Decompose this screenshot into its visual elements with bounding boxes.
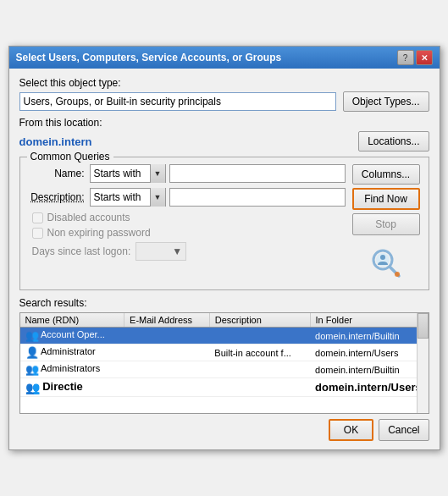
ok-button[interactable]: OK xyxy=(329,419,373,441)
cell-desc xyxy=(209,378,310,397)
desc-dropdown-text: Starts with xyxy=(91,190,150,205)
group-user-icon: 👥 xyxy=(25,329,39,342)
locations-button[interactable]: Locations... xyxy=(358,131,429,152)
desc-dropdown[interactable]: Starts with ▼ xyxy=(90,188,166,207)
dialog-content: Select this object type: Object Types...… xyxy=(9,69,440,449)
group-bold-icon: 👥 xyxy=(25,381,40,394)
disabled-label: Disabled accounts xyxy=(47,212,130,223)
table-row[interactable]: 👥 Administrators domein.intern/Builtin xyxy=(20,361,429,378)
object-type-input[interactable] xyxy=(19,92,336,111)
table-row[interactable]: 👥 Directie domein.intern/Users xyxy=(20,378,429,397)
table-row[interactable]: 👤 Administrator Built-in account f... do… xyxy=(20,344,429,361)
name-dropdown-text: Starts with xyxy=(91,166,150,181)
title-bar: Select Users, Computers, Service Account… xyxy=(9,47,440,69)
cell-folder: domein.intern/Users xyxy=(310,344,428,361)
cell-name: 👥 Directie xyxy=(20,378,124,397)
dialog-title: Select Users, Computers, Service Account… xyxy=(16,52,282,63)
desc-dropdown-arrow[interactable]: ▼ xyxy=(150,188,165,207)
cell-email xyxy=(124,378,210,397)
group-inner: Name: Starts with ▼ Description: Starts … xyxy=(29,164,420,281)
description-input[interactable] xyxy=(169,188,346,207)
cell-name: 👤 Administrator xyxy=(20,344,124,361)
results-table: Name (RDN) E-Mail Address Description In… xyxy=(20,313,429,397)
cancel-button[interactable]: Cancel xyxy=(379,419,429,441)
search-icon xyxy=(368,245,404,281)
non-expiring-checkbox[interactable] xyxy=(32,228,43,239)
search-icon-area xyxy=(352,245,420,281)
name-dropdown-arrow[interactable]: ▼ xyxy=(150,164,165,183)
cell-folder: domein.intern/Users xyxy=(310,378,428,397)
days-label: Days since last logon: xyxy=(32,245,131,257)
col-folder[interactable]: In Folder xyxy=(310,313,428,328)
footer-row: OK Cancel xyxy=(19,419,429,441)
disabled-checkbox[interactable] xyxy=(32,212,43,223)
description-row: Description: Starts with ▼ xyxy=(29,188,346,207)
common-queries-title: Common Queries xyxy=(27,151,113,163)
description-label: Description: xyxy=(29,191,90,203)
cell-name: 👥 Account Oper... xyxy=(20,328,124,344)
name-dropdown[interactable]: Starts with ▼ xyxy=(90,164,166,183)
non-expiring-row: Non expiring password xyxy=(29,227,346,239)
stop-button[interactable]: Stop xyxy=(352,213,420,235)
close-button[interactable]: ✕ xyxy=(416,50,433,65)
col-desc[interactable]: Description xyxy=(209,313,310,328)
days-dropdown[interactable]: ▼ xyxy=(136,242,186,261)
title-bar-buttons: ? ✕ xyxy=(397,50,433,65)
search-results-label: Search results: xyxy=(19,297,429,309)
find-now-button[interactable]: Find Now xyxy=(352,188,420,210)
cell-name: 👥 Administrators xyxy=(20,361,124,378)
col-name[interactable]: Name (RDN) xyxy=(20,313,124,328)
cell-email xyxy=(124,361,210,378)
cell-email xyxy=(124,344,210,361)
scrollbar[interactable] xyxy=(417,313,429,413)
columns-button[interactable]: Columns... xyxy=(352,164,420,185)
group-left: Name: Starts with ▼ Description: Starts … xyxy=(29,164,346,281)
object-types-button[interactable]: Object Types... xyxy=(343,91,429,112)
scrollbar-thumb[interactable] xyxy=(418,313,429,339)
common-queries-group: Common Queries Name: Starts with ▼ xyxy=(19,157,429,290)
location-label: From this location: xyxy=(19,117,429,129)
user-icon: 👤 xyxy=(25,346,39,359)
object-type-label: Select this object type: xyxy=(19,77,429,89)
object-type-row: Object Types... xyxy=(19,91,429,112)
location-value: domein.intern xyxy=(19,134,92,150)
dialog-window: Select Users, Computers, Service Account… xyxy=(8,46,440,450)
cell-desc xyxy=(209,328,310,344)
cell-desc xyxy=(209,361,310,378)
days-row: Days since last logon: ▼ xyxy=(29,242,346,261)
disabled-row: Disabled accounts xyxy=(29,212,346,223)
cell-folder: domein.intern/Builtin xyxy=(310,361,428,378)
cell-email xyxy=(124,328,210,344)
group-right: Columns... Find Now Stop xyxy=(352,164,420,281)
cell-desc: Built-in account f... xyxy=(209,344,310,361)
days-arrow[interactable]: ▼ xyxy=(172,245,182,257)
name-input[interactable] xyxy=(169,164,346,183)
help-button[interactable]: ? xyxy=(397,50,414,65)
results-table-wrap: Name (RDN) E-Mail Address Description In… xyxy=(19,312,429,414)
table-row[interactable]: 👥 Account Oper... domein.intern/Builtin xyxy=(20,328,429,344)
name-label: Name: xyxy=(29,168,90,179)
cell-folder: domein.intern/Builtin xyxy=(310,328,428,344)
group-user-icon: 👥 xyxy=(25,363,39,376)
svg-point-3 xyxy=(380,255,385,260)
non-expiring-label: Non expiring password xyxy=(47,227,151,239)
col-email[interactable]: E-Mail Address xyxy=(124,313,210,328)
location-row: domein.intern Locations... xyxy=(19,131,429,152)
svg-point-4 xyxy=(395,272,400,277)
name-row: Name: Starts with ▼ xyxy=(29,164,346,183)
